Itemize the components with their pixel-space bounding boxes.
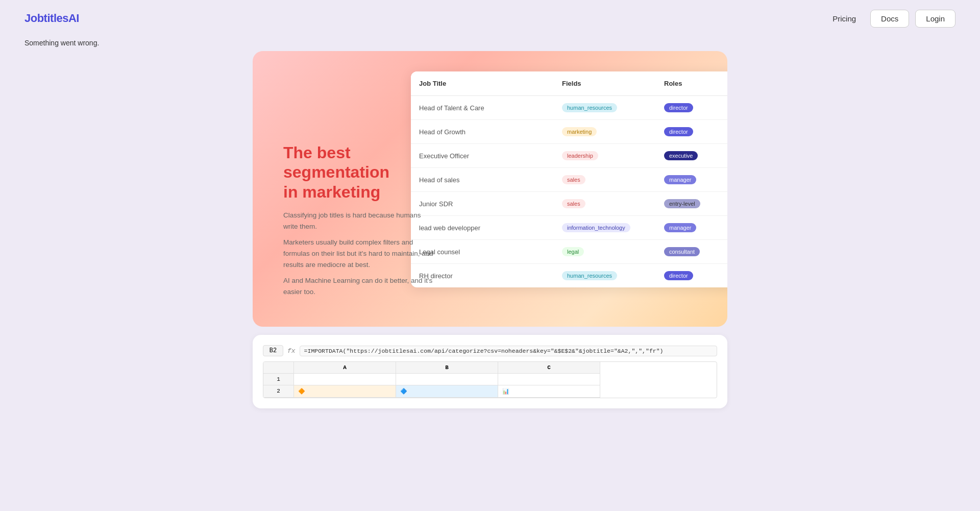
- field-cell: legal: [554, 240, 656, 263]
- table-row: Executive Officer leadership executive T…: [411, 144, 727, 168]
- table-row: Legal counsel legal consultant Domitille: [411, 240, 727, 264]
- sheet-c2: 📊: [498, 385, 600, 398]
- role-cell: director: [656, 264, 727, 287]
- table-row: RH director human_resources director Déb…: [411, 264, 727, 287]
- field-badge: information_technology: [562, 223, 630, 232]
- hero-desc-2: Marketers usually build complex filters …: [283, 237, 436, 270]
- role-cell: executive: [656, 144, 727, 167]
- fx-label: fx: [287, 347, 296, 355]
- table-body: Head of Talent & Care human_resources di…: [411, 96, 727, 287]
- role-badge: entry-level: [664, 199, 700, 208]
- role-badge: director: [664, 127, 693, 136]
- sheet-c1: [498, 374, 600, 385]
- field-cell: human_resources: [554, 264, 656, 287]
- field-cell: human_resources: [554, 96, 656, 119]
- formula-text: =IMPORTDATA("https://jobtitlesai.com/api…: [300, 346, 717, 356]
- job-title-table: Job Title Fields Roles First Nam Head of…: [411, 71, 727, 287]
- logo[interactable]: JobtitlesAI: [24, 12, 79, 25]
- col-roles: Roles: [656, 71, 727, 95]
- sheet-preview: B2 fx =IMPORTDATA("https://jobtitlesai.c…: [253, 335, 727, 408]
- sheet-a2: 🔶: [294, 385, 396, 398]
- field-cell: leadership: [554, 144, 656, 167]
- field-cell: sales: [554, 168, 656, 191]
- field-cell: information_technology: [554, 216, 656, 239]
- field-badge: sales: [562, 175, 585, 184]
- role-cell: director: [656, 96, 727, 119]
- pricing-link[interactable]: Pricing: [824, 10, 864, 27]
- role-badge: executive: [664, 151, 698, 160]
- sheet-col-a: A: [294, 362, 396, 374]
- sheet-b1: [396, 374, 498, 385]
- hero-section: The best segmentationin marketing Classi…: [253, 51, 727, 327]
- sheet-col-c: C: [498, 362, 600, 374]
- hero-desc-1: Classifying job titles is hard because h…: [283, 210, 436, 232]
- role-cell: director: [656, 120, 727, 143]
- role-badge: director: [664, 103, 693, 112]
- role-cell: manager: [656, 216, 727, 239]
- cell-ref: B2: [263, 345, 283, 356]
- hero-title: The best segmentationin marketing: [283, 143, 436, 202]
- sheet-header-empty: [263, 362, 294, 374]
- col-fields: Fields: [554, 71, 656, 95]
- role-badge: manager: [664, 175, 696, 184]
- sheet-row-2: 2: [263, 385, 294, 398]
- role-cell: consultant: [656, 240, 727, 263]
- hero-text: The best segmentationin marketing Classi…: [283, 82, 436, 302]
- field-badge: human_resources: [562, 271, 617, 280]
- nav-links: Pricing Docs Login: [824, 10, 955, 28]
- role-badge: manager: [664, 223, 696, 232]
- sheet-col-b: B: [396, 362, 498, 374]
- docs-button[interactable]: Docs: [870, 10, 909, 28]
- field-cell: marketing: [554, 120, 656, 143]
- login-button[interactable]: Login: [915, 10, 955, 28]
- role-cell: manager: [656, 168, 727, 191]
- sheet-b2: 🔷: [396, 385, 498, 398]
- table-row: Head of sales sales manager Robin: [411, 168, 727, 192]
- role-cell: entry-level: [656, 192, 727, 215]
- role-badge: consultant: [664, 247, 700, 256]
- table-header: Job Title Fields Roles First Nam: [411, 71, 727, 96]
- field-cell: sales: [554, 192, 656, 215]
- sheet-grid: A B C 1 2 🔶 🔷 📊: [263, 361, 717, 398]
- field-badge: leadership: [562, 151, 598, 160]
- role-badge: director: [664, 271, 693, 280]
- sheet-a1: [294, 374, 396, 385]
- formula-bar: B2 fx =IMPORTDATA("https://jobtitlesai.c…: [263, 345, 717, 356]
- sheet-row-1: 1: [263, 374, 294, 385]
- field-badge: sales: [562, 199, 585, 208]
- field-badge: human_resources: [562, 103, 617, 112]
- navbar: JobtitlesAI Pricing Docs Login: [0, 0, 980, 37]
- field-badge: legal: [562, 247, 584, 256]
- table-row: Head of Growth marketing director Romain: [411, 120, 727, 144]
- table-row: lead web developper information_technolo…: [411, 216, 727, 240]
- hero-desc-3: AI and Machine Learning can do it better…: [283, 275, 436, 297]
- field-badge: marketing: [562, 127, 597, 136]
- table-row: Head of Talent & Care human_resources di…: [411, 96, 727, 120]
- main-content: Something went wrong. The best segmentat…: [0, 37, 980, 408]
- table-row: Junior SDR sales entry-level Julie: [411, 192, 727, 216]
- error-message: Something went wrong.: [24, 37, 955, 51]
